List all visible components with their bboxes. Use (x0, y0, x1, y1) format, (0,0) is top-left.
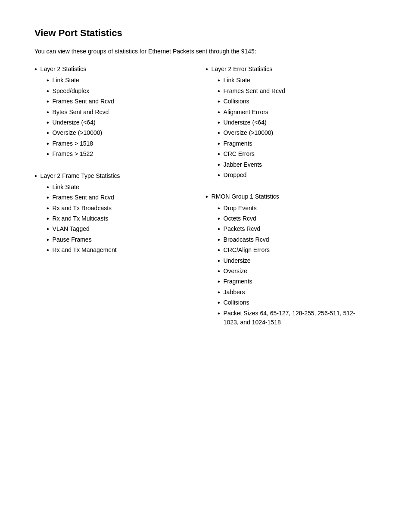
bullet-icon: • (218, 118, 220, 128)
list-item: • Octets Rcvd (218, 214, 368, 224)
list-item: • Drop Events (218, 204, 368, 213)
page-title: View Port Statistics (34, 26, 377, 40)
list-item: • Pause Frames (47, 235, 197, 245)
bullet-icon: • (218, 224, 220, 234)
list-item: • Jabber Events (218, 160, 368, 170)
list-item: • Oversize (>10000) (218, 128, 368, 138)
list-item: • Dropped (218, 171, 368, 180)
list-item: • Rx and Tx Management (47, 246, 197, 255)
item-text: Link State (53, 76, 79, 85)
item-text: Frames Sent and Rcvd (53, 193, 114, 202)
list-item: • Undersize (<64) (218, 118, 368, 128)
item-text: Oversize (>10000) (224, 128, 274, 137)
bullet-icon: • (34, 171, 37, 181)
item-text: Dropped (224, 171, 247, 180)
bullet-icon: • (47, 246, 49, 255)
group-title: Layer 2 Frame Type Statistics (40, 171, 120, 180)
bullet-icon: • (218, 256, 220, 266)
bullet-icon: • (218, 97, 220, 106)
item-text: Rx and Tx Broadcasts (53, 204, 112, 213)
list-item: • Rx and Tx Broadcasts (47, 204, 197, 213)
bullet-icon: • (47, 193, 49, 202)
bullet-icon: • (47, 76, 49, 85)
list-item: • Frames > 1518 (47, 139, 197, 149)
bullet-icon: • (218, 277, 220, 286)
bullet-icon: • (47, 235, 49, 245)
group-label: • Layer 2 Frame Type Statistics (34, 171, 197, 181)
item-text: Jabber Events (224, 160, 262, 169)
sub-list: • Link State • Frames Sent and Rcvd • Co… (218, 76, 368, 180)
group-layer2-error: • Layer 2 Error Statistics • Link State … (206, 65, 368, 180)
bullet-icon: • (218, 298, 220, 308)
bullet-icon: • (218, 171, 220, 180)
bullet-icon: • (218, 309, 220, 318)
bullet-icon: • (218, 108, 220, 117)
intro-text: You can view these groups of statistics … (34, 47, 377, 56)
item-text: Speed/duplex (53, 87, 90, 96)
list-item: • Frames > 1522 (47, 149, 197, 159)
item-text: Packets Rcvd (224, 224, 261, 233)
list-item: • Broadcasts Rcvd (218, 235, 368, 245)
bullet-icon: • (47, 139, 49, 149)
bullet-icon: • (47, 118, 49, 128)
content-columns: • Layer 2 Statistics • Link State • Spee… (34, 65, 377, 332)
item-text: Jabbers (224, 288, 245, 297)
list-item: • CRC/Align Errors (218, 246, 368, 255)
group-title: RMON Group 1 Statistics (212, 192, 279, 201)
bullet-icon: • (34, 65, 37, 74)
list-item: • Undersize (<64) (47, 118, 197, 128)
list-item: • Packets Rcvd (218, 224, 368, 234)
sub-list: • Link State • Speed/duplex • Frames Sen… (47, 76, 197, 159)
column-right: • Layer 2 Error Statistics • Link State … (206, 65, 377, 332)
item-text: Oversize (224, 267, 247, 276)
bullet-icon: • (218, 128, 220, 138)
item-text: Undersize (<64) (53, 118, 96, 127)
bullet-icon: • (47, 108, 49, 117)
item-text: Rx and Tx Management (53, 246, 117, 255)
list-item: • Frames Sent and Rcvd (47, 193, 197, 202)
item-text: Link State (53, 183, 79, 192)
bullet-icon: • (218, 149, 220, 159)
item-text: Pause Frames (53, 235, 92, 244)
list-item: • Undersize (218, 256, 368, 266)
item-text: CRC Errors (224, 149, 255, 159)
group-layer2-stats: • Layer 2 Statistics • Link State • Spee… (34, 65, 197, 159)
item-text: Fragments (224, 139, 252, 148)
list-item: • CRC Errors (218, 149, 368, 159)
bullet-icon: • (218, 139, 220, 149)
item-text: Drop Events (224, 204, 257, 213)
item-text: Collisions (224, 298, 249, 307)
bullet-icon: • (218, 204, 220, 213)
item-text: Fragments (224, 277, 252, 286)
list-item: • Link State (47, 183, 197, 192)
bullet-icon: • (47, 149, 49, 159)
bullet-icon: • (47, 128, 49, 138)
list-item: • Link State (218, 76, 368, 85)
item-text: Oversize (>10000) (53, 128, 103, 137)
sub-list: • Link State • Frames Sent and Rcvd • Rx… (47, 183, 197, 255)
item-text: CRC/Align Errors (224, 246, 270, 255)
bullet-icon: • (206, 65, 208, 74)
bullet-icon: • (218, 267, 220, 276)
item-text: Collisions (224, 97, 249, 106)
item-text: Frames Sent and Rcvd (53, 97, 114, 106)
bullet-icon: • (218, 87, 220, 96)
list-item: • Oversize (218, 267, 368, 276)
group-label: • Layer 2 Statistics (34, 65, 197, 74)
sub-list: • Drop Events • Octets Rcvd • Packets Rc… (218, 204, 368, 327)
list-item: • Frames Sent and Rcvd (218, 87, 368, 96)
group-label: • RMON Group 1 Statistics (206, 192, 368, 202)
item-text: Alignment Errors (224, 108, 268, 117)
list-item: • Collisions (218, 97, 368, 106)
item-text: Undersize (<64) (224, 118, 267, 127)
list-item: • Speed/duplex (47, 87, 197, 96)
list-item: • Link State (47, 76, 197, 85)
bullet-icon: • (218, 76, 220, 85)
item-text: Frames > 1518 (53, 139, 93, 148)
list-item: • VLAN Tagged (47, 224, 197, 234)
bullet-icon: • (218, 160, 220, 170)
bullet-icon: • (47, 87, 49, 96)
list-item: • Collisions (218, 298, 368, 308)
item-text: Frames > 1522 (53, 149, 93, 159)
list-item: • Oversize (>10000) (47, 128, 197, 138)
